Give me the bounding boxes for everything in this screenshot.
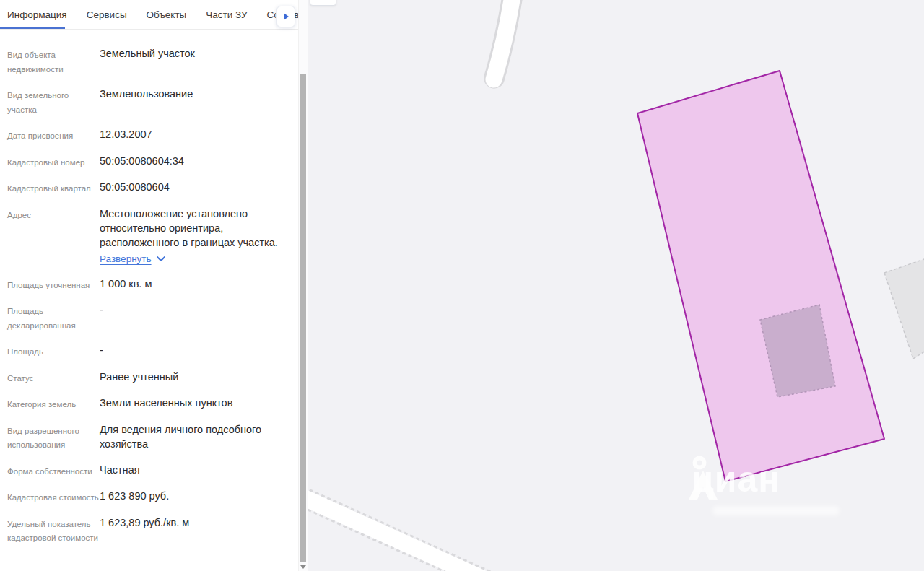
field-permitted-use: Вид разрешенного использования Для веден…	[7, 422, 288, 453]
field-value: Местоположение установлено относительно …	[100, 206, 288, 266]
field-value: 1 623 890 руб.	[100, 489, 288, 505]
field-value: Землепользование	[100, 87, 288, 117]
field-label: Кадастровый квартал	[7, 180, 100, 196]
field-label: Площадь декларированная	[7, 302, 100, 333]
scrollbar-down-arrow-icon[interactable]	[300, 565, 306, 569]
field-value: Частная	[100, 463, 288, 479]
info-panel: Информация Сервисы Объекты Части ЗУ Сост…	[0, 0, 298, 571]
field-label: Вид земельного участка	[7, 87, 100, 117]
field-cadastral-block: Кадастровый квартал 50:05:0080604	[7, 180, 288, 196]
field-label: Кадастровая стоимость	[7, 489, 100, 505]
map-control-button[interactable]	[310, 0, 336, 6]
field-label: Площадь	[7, 343, 100, 359]
tab-parcel-parts[interactable]: Части ЗУ	[206, 9, 247, 20]
tabs-scroll-right-button[interactable]	[276, 6, 295, 27]
address-text: Местоположение установлено относительно …	[100, 208, 278, 248]
active-tab-underline	[0, 27, 65, 29]
field-value: 50:05:0080604	[100, 180, 288, 196]
field-label: Форма собственности	[7, 463, 100, 479]
field-parcel-kind: Вид земельного участка Землепользование	[7, 87, 288, 117]
field-object-kind: Вид объекта недвижимости Земельный участ…	[7, 46, 288, 77]
field-value: Ранее учтенный	[100, 370, 288, 386]
field-assign-date: Дата присвоения 12.03.2007	[7, 127, 288, 144]
field-value: Земли населенных пунктов	[100, 396, 288, 412]
field-cadastral-value: Кадастровая стоимость 1 623 890 руб.	[7, 489, 288, 505]
selected-parcel-polygon[interactable]	[637, 71, 884, 481]
field-area: Площадь -	[7, 343, 288, 359]
field-status: Статус Ранее учтенный	[7, 370, 288, 386]
field-cadastral-number: Кадастровый номер 50:05:0080604:34	[7, 154, 288, 170]
field-label: Площадь уточненная	[7, 276, 100, 293]
field-land-category: Категория земель Земли населенных пункто…	[7, 396, 288, 412]
field-value: -	[100, 343, 288, 359]
field-value: -	[100, 302, 288, 333]
field-area-refined: Площадь уточненная 1 000 кв. м	[7, 276, 288, 293]
field-label: Вид разрешенного использования	[7, 422, 100, 453]
field-value: 1 623,89 руб./кв. м	[100, 515, 288, 546]
field-label: Кадастровый номер	[7, 154, 100, 170]
field-value: 50:05:0080604:34	[100, 154, 288, 170]
neighbour-parcel-polygon[interactable]	[884, 257, 924, 359]
tab-services[interactable]: Сервисы	[87, 9, 127, 20]
field-label: Удельный показатель кадастровой стоимост…	[7, 515, 100, 546]
field-value: 1 000 кв. м	[100, 276, 288, 293]
field-value: 12.03.2007	[100, 127, 288, 144]
arrow-right-icon	[284, 13, 289, 20]
cadastral-map[interactable]: циан	[308, 0, 924, 571]
field-address: Адрес Местоположение установлено относит…	[7, 206, 288, 266]
field-label: Статус	[7, 370, 100, 386]
road-bottom	[308, 493, 514, 571]
tab-bar: Информация Сервисы Объекты Части ЗУ Сост…	[0, 0, 298, 30]
tab-objects[interactable]: Объекты	[147, 9, 187, 20]
property-fields: Вид объекта недвижимости Земельный участ…	[0, 30, 298, 546]
field-label: Вид объекта недвижимости	[7, 46, 100, 77]
field-specific-cadastral-value: Удельный показатель кадастровой стоимост…	[7, 515, 288, 546]
chevron-down-icon[interactable]	[157, 256, 165, 262]
field-label: Категория земель	[7, 396, 100, 412]
tab-information[interactable]: Информация	[7, 9, 67, 20]
scrollbar-thumb[interactable]	[300, 74, 306, 562]
field-area-declared: Площадь декларированная -	[7, 302, 288, 333]
field-value: Для ведения личного подсобного хозяйства	[100, 422, 288, 453]
road-top	[494, 0, 514, 79]
map-canvas	[308, 0, 924, 571]
field-ownership-form: Форма собственности Частная	[7, 463, 288, 479]
field-label: Дата присвоения	[7, 127, 100, 144]
field-value: Земельный участок	[100, 46, 288, 77]
expand-address-link[interactable]: Развернуть	[100, 252, 152, 266]
field-label: Адрес	[7, 206, 100, 266]
panel-scrollbar[interactable]	[298, 0, 308, 571]
